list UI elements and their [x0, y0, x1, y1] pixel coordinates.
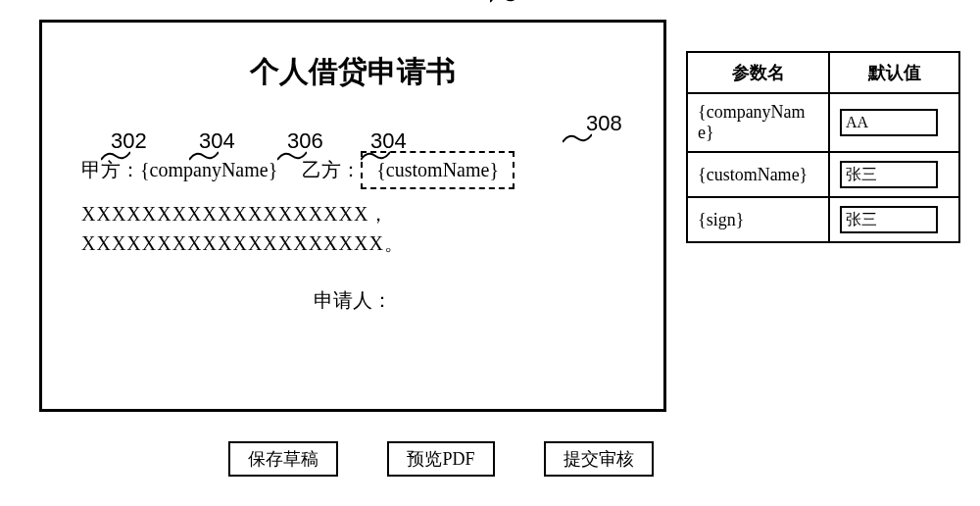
parties-line: 甲方：{companyName} 乙方：{customName} [81, 151, 624, 189]
save-draft-button[interactable]: 保存草稿 [228, 441, 338, 477]
applicant-label: 申请人： [81, 287, 624, 314]
submit-review-button[interactable]: 提交审核 [544, 441, 654, 477]
table-row: {customName} [687, 152, 959, 197]
param-name-cell: {customName} [687, 152, 829, 197]
param-value-input[interactable] [840, 206, 938, 233]
party-a-label: 甲方： [81, 159, 140, 180]
param-header-default: 默认值 [829, 52, 959, 93]
param-name-cell: {sign} [687, 197, 829, 242]
body-line-2: XXXXXXXXXXXXXXXXXXXX。 [81, 228, 624, 258]
party-b-value-box[interactable]: {customName} [361, 151, 514, 189]
document-body: XXXXXXXXXXXXXXXXXXX， XXXXXXXXXXXXXXXXXXX… [81, 199, 624, 258]
param-value-input[interactable] [840, 161, 938, 188]
party-a-value: {companyName} [140, 159, 277, 180]
param-name-cell: {companyName} [687, 93, 829, 152]
body-line-1: XXXXXXXXXXXXXXXXXXX， [81, 199, 624, 228]
table-row: {sign} [687, 197, 959, 242]
document-title: 个人借贷申请书 [81, 52, 624, 92]
party-b-label: 乙方： [302, 159, 361, 180]
preview-pdf-button[interactable]: 预览PDF [387, 441, 494, 477]
parameter-table: 参数名 默认值 {companyName} {customName} {sign… [686, 51, 960, 243]
action-buttons: 保存草稿 预览PDF 提交审核 [0, 441, 960, 477]
callout-308: 308 [586, 111, 622, 136]
document-panel: 302 304 306 304 308 个人借贷申请书 甲方：{companyN… [39, 20, 666, 412]
table-row: {companyName} [687, 93, 959, 152]
param-value-input[interactable] [840, 109, 938, 136]
param-header-name: 参数名 [687, 52, 829, 93]
